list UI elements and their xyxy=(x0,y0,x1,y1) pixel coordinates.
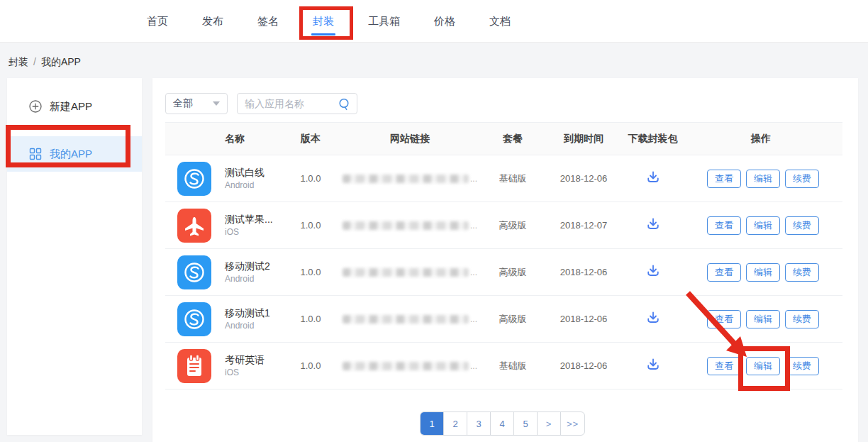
column-header: 网站链接 xyxy=(335,133,484,145)
table-header-row: 名称版本网站链接套餐到期时间下载封装包操作 xyxy=(165,122,842,155)
plus-circle-icon xyxy=(28,99,43,114)
view-button[interactable]: 查看 xyxy=(707,357,741,375)
app-plan: 高级版 xyxy=(484,266,541,279)
actions-cell: 查看编辑续费 xyxy=(679,357,842,375)
download-icon[interactable] xyxy=(645,216,661,232)
website-link-cell: ... xyxy=(335,267,484,277)
app-plan: 高级版 xyxy=(484,313,541,326)
edit-button[interactable]: 编辑 xyxy=(746,357,780,375)
top-nav-bar: 首页发布签名封装工具箱价格文档 xyxy=(0,0,868,43)
view-button[interactable]: 查看 xyxy=(707,170,741,188)
app-version: 1.0.0 xyxy=(286,173,335,184)
pagination: 12345>>> xyxy=(420,411,585,436)
download-icon[interactable] xyxy=(645,263,661,279)
nav-tab-6[interactable]: 价格 xyxy=(434,0,455,43)
app-expire-date: 2018-12-06 xyxy=(541,360,626,371)
main-nav: 首页发布签名封装工具箱价格文档 xyxy=(147,0,511,43)
nav-tab-4[interactable]: 封装 xyxy=(313,0,334,43)
table-row: 测试白线 Android 1.0.0 ... 基础版 2018-12-06 查看… xyxy=(165,155,842,202)
view-button[interactable]: 查看 xyxy=(707,216,741,235)
table-row: 考研英语 iOS 1.0.0 ... 基础版 2018-12-06 查看编辑续费 xyxy=(165,343,842,389)
app-plan: 高级版 xyxy=(484,219,541,232)
edit-button[interactable]: 编辑 xyxy=(746,216,780,235)
download-icon[interactable] xyxy=(645,170,661,185)
app-platform: Android xyxy=(225,273,270,285)
app-version: 1.0.0 xyxy=(286,314,335,324)
app-name-cell: 考研英语 iOS xyxy=(165,349,286,383)
actions-cell: 查看编辑续费 xyxy=(679,310,842,328)
app-platform: iOS xyxy=(225,367,265,379)
app-name: 移动测试1 xyxy=(225,306,270,320)
blurred-link xyxy=(343,315,469,324)
link-ellipsis: ... xyxy=(470,267,477,277)
airplane-app-icon xyxy=(177,209,211,243)
renew-button[interactable]: 续费 xyxy=(785,216,819,235)
app-platform: Android xyxy=(225,320,270,332)
table-row: 移动测试1 Android 1.0.0 ... 高级版 2018-12-06 查… xyxy=(165,296,842,343)
last-page-button[interactable]: >> xyxy=(561,412,584,435)
sidebar-item-my-app[interactable]: 我的APP xyxy=(7,136,142,172)
page-button-1[interactable]: 1 xyxy=(421,412,444,435)
app-table: 名称版本网站链接套餐到期时间下载封装包操作 测试白线 Android 1.0.0… xyxy=(165,122,842,389)
website-link-cell: ... xyxy=(335,361,484,371)
app-plan: 基础版 xyxy=(484,172,541,185)
s-logo-app-icon xyxy=(177,162,211,196)
edit-button[interactable]: 编辑 xyxy=(746,310,780,328)
column-header: 名称 xyxy=(165,133,286,145)
website-link-cell: ... xyxy=(335,314,484,324)
breadcrumb-section[interactable]: 封装 xyxy=(9,56,28,67)
sidebar: 新建APP 我的APP xyxy=(7,78,142,435)
blurred-link xyxy=(343,221,469,230)
grid-icon xyxy=(28,147,43,161)
column-header: 下载封装包 xyxy=(626,133,679,145)
search-icon[interactable] xyxy=(338,97,351,111)
website-link-cell: ... xyxy=(335,221,484,231)
app-expire-date: 2018-12-06 xyxy=(541,267,626,277)
renew-button[interactable]: 续费 xyxy=(785,310,819,328)
page-button-5[interactable]: 5 xyxy=(514,412,538,435)
nav-tab-5[interactable]: 工具箱 xyxy=(368,0,400,43)
download-cell xyxy=(626,170,679,187)
renew-button[interactable]: 续费 xyxy=(785,357,819,375)
app-platform: Android xyxy=(225,179,265,192)
column-header: 版本 xyxy=(286,133,335,145)
nav-tab-2[interactable]: 发布 xyxy=(202,0,223,43)
edit-button[interactable]: 编辑 xyxy=(746,170,780,188)
column-header: 到期时间 xyxy=(541,133,626,145)
nav-tab-7[interactable]: 文档 xyxy=(489,0,511,43)
app-platform: iOS xyxy=(225,226,273,238)
download-cell xyxy=(626,263,679,281)
app-plan: 基础版 xyxy=(484,360,541,372)
download-cell xyxy=(626,216,679,234)
actions-cell: 查看编辑续费 xyxy=(679,216,842,235)
category-select[interactable]: 全部 xyxy=(165,93,228,114)
app-name: 测试白线 xyxy=(225,165,265,179)
sidebar-item-new-app[interactable]: 新建APP xyxy=(7,89,142,123)
blurred-link xyxy=(343,268,469,277)
search-input[interactable] xyxy=(245,98,338,109)
page-button-3[interactable]: 3 xyxy=(467,412,491,435)
next-page-button[interactable]: > xyxy=(538,412,561,435)
table-row: 测试苹果... iOS 1.0.0 ... 高级版 2018-12-07 查看编… xyxy=(165,202,842,249)
renew-button[interactable]: 续费 xyxy=(785,170,819,188)
column-header: 套餐 xyxy=(484,133,541,145)
nav-tab-3[interactable]: 签名 xyxy=(257,0,279,43)
blurred-link xyxy=(343,175,469,183)
view-button[interactable]: 查看 xyxy=(707,310,741,328)
renew-button[interactable]: 续费 xyxy=(785,263,819,282)
s-logo-app-icon xyxy=(177,255,211,289)
s-logo-app-icon xyxy=(177,302,211,336)
page-button-2[interactable]: 2 xyxy=(444,412,467,435)
download-icon[interactable] xyxy=(645,357,661,372)
download-cell xyxy=(626,357,679,375)
app-name: 测试苹果... xyxy=(225,212,273,226)
page-button-4[interactable]: 4 xyxy=(491,412,514,435)
link-ellipsis: ... xyxy=(470,221,477,231)
nav-tab-1[interactable]: 首页 xyxy=(147,0,168,43)
notepad-app-icon xyxy=(177,349,211,383)
download-icon[interactable] xyxy=(645,310,661,326)
view-button[interactable]: 查看 xyxy=(707,263,741,282)
edit-button[interactable]: 编辑 xyxy=(746,263,780,282)
app-name: 考研英语 xyxy=(225,353,265,367)
breadcrumb-separator: / xyxy=(33,56,36,67)
